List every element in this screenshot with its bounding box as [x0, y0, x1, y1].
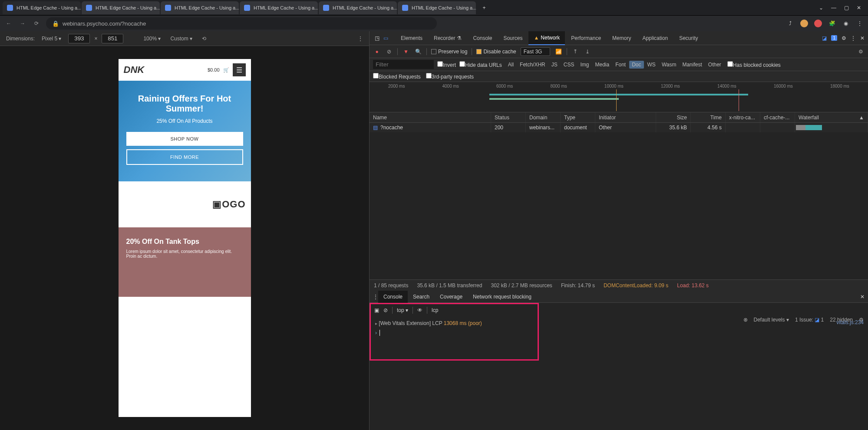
clear-icon[interactable]: ⊘: [385, 48, 393, 56]
more-icon[interactable]: ⋮: [851, 35, 856, 41]
height-input[interactable]: [102, 34, 123, 43]
issues-label[interactable]: 1 Issue: ◪ 1: [795, 317, 824, 323]
mobile-page[interactable]: DNK $0.00 🛒 ☰ Raining Offers For Hot Sum…: [119, 59, 251, 417]
col-cf[interactable]: cf-cache-...: [760, 112, 795, 122]
col-initiator[interactable]: Initiator: [595, 112, 656, 122]
drawer-coverage-tab[interactable]: Coverage: [435, 291, 468, 303]
filter-js[interactable]: JS: [549, 61, 560, 69]
col-nitro[interactable]: x-nitro-ca...: [726, 112, 760, 122]
expand-icon[interactable]: ▸: [375, 321, 377, 326]
upload-icon[interactable]: ⤒: [571, 48, 579, 56]
back-icon[interactable]: ←: [4, 19, 13, 28]
filter-wasm[interactable]: Wasm: [659, 61, 679, 69]
hide-data-urls-checkbox[interactable]: Hide data URLs: [459, 61, 502, 68]
browser-tab[interactable]: HTML Edge Cache - Using a...×: [240, 1, 318, 14]
filter-fetch[interactable]: Fetch/XHR: [517, 61, 548, 69]
filter-doc[interactable]: Doc: [629, 61, 644, 69]
extension-icon[interactable]: [800, 20, 808, 27]
search-icon[interactable]: 🔍: [414, 48, 422, 56]
gear-icon[interactable]: ⚙: [857, 48, 865, 56]
col-domain[interactable]: Domain: [526, 112, 561, 122]
filter-other[interactable]: Other: [706, 61, 724, 69]
gear-icon[interactable]: ⚙: [842, 35, 846, 41]
more-icon[interactable]: ⋮: [358, 36, 363, 42]
wifi-icon[interactable]: 📶: [554, 48, 562, 56]
drawer-console-tab[interactable]: Console: [378, 291, 408, 303]
performance-tab[interactable]: Performance: [566, 31, 606, 45]
sidebar-toggle-icon[interactable]: ▣: [374, 307, 379, 313]
issues-icon[interactable]: ◪: [822, 35, 827, 41]
close-window-icon[interactable]: ✕: [857, 5, 861, 11]
filter-img[interactable]: Img: [578, 61, 591, 69]
filter-icon[interactable]: ▼: [402, 48, 410, 56]
browser-tab[interactable]: HTML Edge Cache - Using a...×: [161, 1, 239, 14]
memory-tab[interactable]: Memory: [607, 31, 636, 45]
record-icon[interactable]: ●: [373, 48, 381, 56]
third-party-checkbox[interactable]: 3rd-party requests: [426, 73, 474, 80]
filter-css[interactable]: CSS: [561, 61, 577, 69]
clear-filter-icon[interactable]: ⊗: [743, 317, 748, 323]
col-status[interactable]: Status: [491, 112, 526, 122]
maximize-icon[interactable]: ▢: [844, 5, 849, 11]
console-filter-input[interactable]: [432, 307, 466, 313]
drawer-search-tab[interactable]: Search: [408, 291, 435, 303]
elements-tab[interactable]: Elements: [396, 31, 428, 45]
col-waterfall[interactable]: Waterfall▲: [795, 112, 868, 122]
col-size[interactable]: Size: [656, 112, 691, 122]
reload-icon[interactable]: ⟳: [32, 19, 41, 28]
filter-media[interactable]: Media: [592, 61, 612, 69]
cart-icon[interactable]: 🛒: [223, 67, 229, 73]
blocked-cookies-checkbox[interactable]: Has blocked cookies: [727, 61, 781, 68]
extension-icon[interactable]: [814, 20, 822, 27]
filter-manifest[interactable]: Manifest: [680, 61, 704, 69]
browser-tab[interactable]: HTML Edge Cache - Using a...×: [3, 1, 81, 14]
application-tab[interactable]: Application: [637, 31, 673, 45]
security-tab[interactable]: Security: [674, 31, 703, 45]
download-icon[interactable]: ⤓: [584, 48, 591, 56]
filter-font[interactable]: Font: [613, 61, 628, 69]
network-tab[interactable]: ▲ Network: [528, 31, 565, 45]
close-icon[interactable]: ✕: [860, 35, 865, 41]
inspect-icon[interactable]: ◳: [373, 34, 381, 42]
levels-select[interactable]: Default levels ▾: [754, 317, 789, 323]
chevron-down-icon[interactable]: ⌄: [819, 5, 823, 11]
hamburger-icon[interactable]: ☰: [233, 63, 246, 76]
rotate-icon[interactable]: ⟲: [202, 36, 206, 42]
col-name[interactable]: Name: [370, 112, 491, 122]
console-tab[interactable]: Console: [468, 31, 497, 45]
drawer-blocking-tab[interactable]: Network request blocking: [468, 291, 537, 303]
col-time[interactable]: Time: [691, 112, 726, 122]
invert-checkbox[interactable]: Invert: [437, 61, 456, 68]
request-row[interactable]: ▤?nocache 200 webinars... document Other…: [370, 123, 868, 132]
col-type[interactable]: Type: [561, 112, 595, 122]
disable-cache-checkbox[interactable]: Disable cache: [476, 49, 516, 55]
preserve-log-checkbox[interactable]: Preserve log: [431, 49, 467, 55]
close-drawer-icon[interactable]: ✕: [860, 294, 865, 300]
browser-tab[interactable]: HTML Edge Cache - Using a...×: [398, 1, 476, 14]
recorder-tab[interactable]: Recorder ⚗: [429, 31, 467, 45]
device-toggle-icon[interactable]: ▭: [382, 34, 389, 42]
menu-icon[interactable]: ⋮: [856, 20, 864, 27]
dpr-select[interactable]: Custom ▾: [168, 36, 195, 42]
width-input[interactable]: [68, 34, 90, 43]
site-logo[interactable]: DNK: [124, 64, 145, 75]
promo-card[interactable]: 20% Off On Tank Tops Lorem ipsum dolor s…: [119, 227, 251, 297]
minimize-icon[interactable]: —: [831, 5, 836, 11]
console-prompt[interactable]: ›: [375, 328, 533, 338]
sources-tab[interactable]: Sources: [498, 31, 528, 45]
zoom-select[interactable]: 100% ▾: [141, 36, 163, 42]
extensions-icon[interactable]: 🧩: [828, 20, 836, 27]
filter-ws[interactable]: WS: [645, 61, 658, 69]
device-select[interactable]: Pixel 5 ▾: [39, 36, 64, 42]
eye-icon[interactable]: 👁: [417, 307, 422, 313]
filter-input[interactable]: [373, 60, 434, 69]
find-more-button[interactable]: FIND MORE: [126, 149, 243, 165]
url-input[interactable]: 🔒webinars.psychoo.com/?nocache: [46, 17, 437, 30]
source-link[interactable]: vitals.js:234: [836, 319, 864, 325]
forward-icon[interactable]: →: [18, 19, 27, 28]
blocked-requests-checkbox[interactable]: Blocked Requests: [373, 73, 421, 80]
new-tab-button[interactable]: +: [479, 2, 490, 13]
filter-all[interactable]: All: [505, 61, 516, 69]
browser-tab[interactable]: HTML Edge Cache - Using a...×: [82, 1, 160, 14]
profile-icon[interactable]: ◉: [842, 20, 850, 27]
